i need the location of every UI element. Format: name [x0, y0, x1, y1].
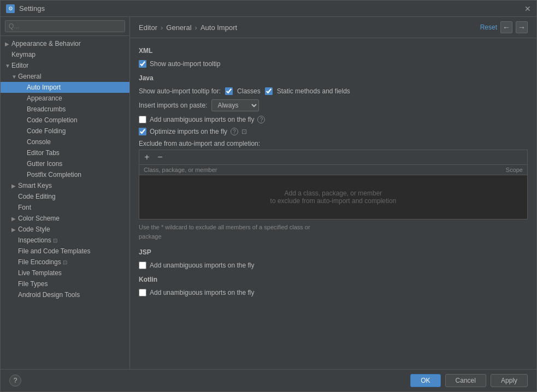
- optimize-imports-label: Optimize imports on the fly: [150, 128, 227, 135]
- cancel-button[interactable]: Cancel: [445, 374, 486, 387]
- dialog-footer: ? OK Cancel Apply: [1, 369, 536, 391]
- exclude-table: + − Class, package, or member Scope Add …: [139, 150, 528, 219]
- sidebar-label-code-style: Code Style: [18, 225, 50, 233]
- forward-button[interactable]: →: [516, 21, 528, 33]
- sidebar-item-general[interactable]: ▼ General: [1, 71, 129, 82]
- indicator-inspections: ⊡: [53, 237, 57, 243]
- kotlin-add-unambiguous-checkbox[interactable]: [139, 289, 146, 296]
- optimize-imports-row: Optimize imports on the fly ? ⊡: [139, 128, 528, 135]
- sidebar-item-live-templates[interactable]: Live Templates: [1, 268, 129, 278]
- reset-button[interactable]: Reset: [480, 23, 497, 31]
- ok-button[interactable]: OK: [410, 374, 440, 387]
- sidebar-item-file-types[interactable]: File Types: [1, 278, 129, 289]
- add-unambiguous-checkbox[interactable]: [139, 116, 146, 123]
- tree-arrow-smart-keys: ▶: [11, 183, 18, 189]
- apply-button[interactable]: Apply: [491, 374, 528, 387]
- sidebar-label-console: Console: [27, 138, 51, 146]
- sidebar-item-smart-keys[interactable]: ▶ Smart Keys: [1, 180, 129, 191]
- exclude-toolbar: + −: [139, 150, 527, 165]
- jsp-add-unambiguous-checkbox[interactable]: [139, 262, 146, 269]
- java-show-tooltip-label: Show auto-import tooltip for:: [139, 87, 221, 95]
- optimize-imports-copy-icon: ⊡: [241, 128, 247, 135]
- sidebar-item-code-completion[interactable]: Code Completion: [1, 115, 129, 126]
- sidebar-item-auto-import[interactable]: Auto Import: [1, 82, 129, 93]
- sidebar-label-general: General: [18, 73, 42, 80]
- search-input[interactable]: [5, 20, 125, 32]
- header-actions: Reset ← →: [480, 21, 528, 33]
- back-button[interactable]: ←: [500, 21, 512, 33]
- sidebar: ▶ Appearance & Behavior Keymap▼ Editor▼ …: [1, 17, 130, 369]
- sidebar-label-android-design-tools: Android Design Tools: [18, 291, 80, 299]
- exclude-add-button[interactable]: +: [141, 152, 152, 163]
- breadcrumb-sep-1: ›: [161, 23, 163, 32]
- sidebar-label-keymap: Keymap: [11, 51, 36, 58]
- panel-header: Editor › General › Auto Import Reset ← →: [130, 17, 536, 38]
- sidebar-item-editor-tabs[interactable]: Editor Tabs: [1, 147, 129, 158]
- java-static-checkbox[interactable]: [265, 87, 273, 95]
- breadcrumb-auto-import: Auto Import: [200, 23, 237, 32]
- sidebar-label-file-encodings: File Encodings: [18, 258, 61, 266]
- panel-body: XML Show auto-import tooltip Java Show a…: [130, 38, 536, 369]
- breadcrumb-general: General: [166, 23, 191, 32]
- settings-dialog: ⚙ Settings ✕ ▶ Appearance & Behavior Key…: [0, 0, 537, 392]
- footer-right: OK Cancel Apply: [410, 374, 528, 387]
- sidebar-label-editor-tabs: Editor Tabs: [27, 149, 60, 157]
- sidebar-item-gutter-icons[interactable]: Gutter Icons: [1, 158, 129, 169]
- insert-imports-select[interactable]: Always Ask Never: [211, 99, 259, 111]
- sidebar-item-inspections[interactable]: Inspections ⊡: [1, 235, 129, 246]
- sidebar-label-inspections: Inspections: [18, 236, 51, 244]
- sidebar-item-font[interactable]: Font: [1, 202, 129, 213]
- sidebar-item-breadcrumbs[interactable]: Breadcrumbs: [1, 104, 129, 115]
- insert-imports-row: Insert imports on paste: Always Ask Neve…: [139, 99, 528, 111]
- exclude-remove-button[interactable]: −: [155, 152, 166, 163]
- tree-arrow-color-scheme: ▶: [11, 216, 18, 222]
- sidebar-item-file-encodings[interactable]: File Encodings ⊡: [1, 257, 129, 268]
- sidebar-label-breadcrumbs: Breadcrumbs: [27, 105, 66, 113]
- sidebar-label-smart-keys: Smart Keys: [18, 182, 52, 189]
- java-static-label: Static methods and fields: [277, 87, 350, 95]
- sidebar-item-keymap[interactable]: Keymap: [1, 49, 129, 60]
- sidebar-label-file-code-templates: File and Code Templates: [18, 247, 91, 255]
- sidebar-item-color-scheme[interactable]: ▶ Color Scheme: [1, 213, 129, 224]
- sidebar-item-android-design-tools[interactable]: Android Design Tools: [1, 289, 129, 300]
- kotlin-add-unambiguous-label: Add unambiguous imports on the fly: [150, 289, 254, 296]
- sidebar-label-appearance: Appearance: [27, 94, 62, 102]
- optimize-imports-info-icon: ?: [231, 128, 238, 135]
- insert-imports-label: Insert imports on paste:: [139, 102, 207, 109]
- sidebar-label-live-templates: Live Templates: [18, 269, 62, 277]
- wildcard-hint: Use the * wildcard to exclude all member…: [139, 223, 528, 241]
- sidebar-item-postfix-completion[interactable]: Postfix Completion: [1, 169, 129, 180]
- xml-show-tooltip-checkbox[interactable]: [139, 60, 146, 68]
- table-header: Class, package, or member Scope: [139, 165, 527, 175]
- sidebar-item-file-code-templates[interactable]: File and Code Templates: [1, 246, 129, 257]
- main-content: ▶ Appearance & Behavior Keymap▼ Editor▼ …: [1, 17, 536, 369]
- sidebar-label-appearance-behavior: Appearance & Behavior: [11, 40, 81, 47]
- help-button[interactable]: ?: [9, 375, 21, 387]
- empty-line2: to exclude from auto-import and completi…: [270, 197, 397, 205]
- sidebar-item-editor[interactable]: ▼ Editor: [1, 60, 129, 71]
- java-classes-label: Classes: [237, 87, 261, 95]
- xml-section-label: XML: [139, 47, 528, 55]
- sidebar-item-appearance-behavior[interactable]: ▶ Appearance & Behavior: [1, 38, 129, 49]
- app-icon: ⚙: [6, 4, 15, 13]
- sidebar-label-editor: Editor: [11, 62, 28, 69]
- java-section-label: Java: [139, 74, 528, 82]
- close-button[interactable]: ✕: [524, 4, 531, 13]
- sidebar-item-code-folding[interactable]: Code Folding: [1, 126, 129, 136]
- tree-arrow-appearance-behavior: ▶: [5, 41, 11, 47]
- breadcrumb-sep-2: ›: [195, 23, 197, 32]
- sidebar-label-color-scheme: Color Scheme: [18, 215, 60, 222]
- sidebar-label-code-editing: Code Editing: [18, 193, 56, 200]
- jsp-section-label: JSP: [139, 248, 528, 256]
- sidebar-label-code-completion: Code Completion: [27, 116, 78, 124]
- java-classes-checkbox[interactable]: [225, 87, 233, 95]
- tree-arrow-code-style: ▶: [11, 227, 18, 233]
- dialog-title: Settings: [19, 4, 45, 13]
- sidebar-item-appearance[interactable]: Appearance: [1, 93, 129, 104]
- sidebar-item-code-editing[interactable]: Code Editing: [1, 191, 129, 202]
- sidebar-item-console[interactable]: Console: [1, 136, 129, 147]
- right-panel: Editor › General › Auto Import Reset ← →…: [130, 17, 536, 369]
- sidebar-item-code-style[interactable]: ▶ Code Style: [1, 224, 129, 235]
- optimize-imports-checkbox[interactable]: [139, 128, 146, 135]
- sidebar-label-auto-import: Auto Import: [27, 84, 61, 91]
